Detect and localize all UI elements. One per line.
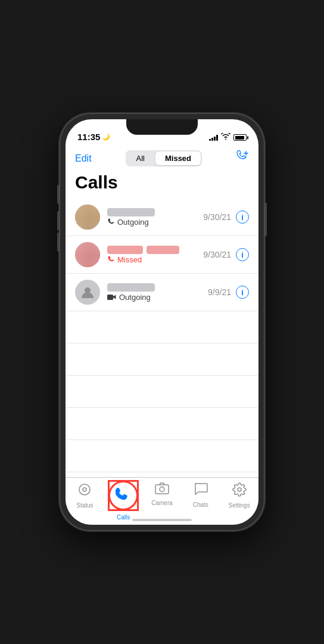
call-item-1[interactable]: Outgoing 9/30/21 i: [66, 199, 258, 236]
empty-row-1: [66, 311, 258, 343]
call-date-1: 9/30/21: [203, 212, 231, 222]
call-info-3: Outgoing: [107, 283, 208, 302]
contact-name-blur-1: [107, 208, 155, 216]
empty-row-5: [66, 440, 258, 472]
nav-bar: Edit All Missed: [66, 145, 258, 170]
info-button-3[interactable]: i: [236, 286, 249, 299]
page-title: Calls: [66, 170, 258, 199]
default-avatar-icon: [80, 284, 95, 300]
segment-control: All Missed: [126, 150, 202, 166]
avatar-3: [75, 280, 100, 305]
tab-label-chats: Chats: [193, 501, 208, 508]
tab-item-chats[interactable]: Chats: [181, 482, 220, 508]
info-button-2[interactable]: i: [236, 248, 249, 261]
empty-row-6: [66, 472, 258, 477]
empty-row-2: [66, 343, 258, 376]
video-icon-3: [107, 294, 117, 301]
phone-icon-2: [107, 256, 115, 264]
signal-bars-icon: [209, 134, 218, 141]
status-tab-icon: [77, 482, 92, 500]
empty-row-3: [66, 376, 258, 408]
wifi-icon: [221, 133, 230, 142]
call-type-label-1: Outgoing: [117, 218, 149, 227]
svg-rect-3: [107, 295, 113, 300]
call-item-3[interactable]: Outgoing 9/9/21 i: [66, 274, 258, 311]
battery-icon: [233, 134, 247, 141]
svg-point-4: [79, 484, 90, 495]
svg-point-5: [83, 488, 86, 491]
call-meta-2: 9/30/21 i: [203, 248, 249, 261]
svg-rect-6: [155, 485, 169, 494]
avatar-1: [75, 205, 100, 230]
tab-bar: Status Calls: [66, 477, 258, 525]
chats-tab-icon: [194, 482, 208, 500]
tab-item-camera[interactable]: Camera: [143, 482, 182, 506]
call-type-label-3: Outgoing: [119, 293, 151, 302]
tab-label-settings: Settings: [229, 502, 250, 509]
tab-item-settings[interactable]: Settings: [220, 482, 258, 509]
call-type-3: Outgoing: [107, 293, 208, 302]
camera-tab-icon: [155, 482, 169, 498]
notch: [126, 119, 198, 135]
call-type-1: Outgoing: [107, 218, 203, 227]
call-date-3: 9/9/21: [208, 287, 231, 297]
settings-tab-icon: [232, 482, 247, 500]
moon-icon: 🌙: [102, 133, 110, 141]
screen: 11:35 🌙: [66, 119, 258, 525]
call-type-label-2: Missed: [117, 255, 142, 264]
call-meta-3: 9/9/21 i: [208, 286, 249, 299]
contact-name-blur-2a: [107, 246, 143, 254]
empty-row-4: [66, 408, 258, 440]
call-date-2: 9/30/21: [203, 250, 231, 259]
phone-frame: 11:35 🌙: [60, 113, 264, 531]
contact-name-blur-2b: [147, 246, 179, 254]
home-indicator: [132, 519, 192, 521]
svg-point-7: [160, 487, 164, 492]
tab-item-calls[interactable]: Calls: [104, 480, 143, 521]
call-item-2[interactable]: Missed 9/30/21 i: [66, 236, 258, 274]
svg-point-8: [238, 488, 241, 491]
tab-item-status[interactable]: Status: [66, 482, 104, 509]
edit-button[interactable]: Edit: [75, 153, 92, 164]
add-call-button[interactable]: [236, 150, 249, 166]
contact-name-blur-3: [107, 283, 155, 292]
tab-label-status: Status: [76, 502, 93, 509]
tab-all[interactable]: All: [127, 151, 154, 165]
call-info-2: Missed: [107, 246, 203, 264]
tab-label-camera: Camera: [151, 500, 173, 506]
call-name-3: [107, 283, 208, 292]
time-display: 11:35: [77, 132, 100, 142]
status-icons: [209, 133, 247, 142]
call-name-1: [107, 208, 203, 216]
avatar-2: [75, 242, 100, 267]
call-meta-1: 9/30/21 i: [203, 210, 249, 224]
calls-list: Outgoing 9/30/21 i: [66, 199, 258, 477]
phone-icon-1: [107, 218, 115, 226]
call-info-1: Outgoing: [107, 208, 203, 227]
call-type-2: Missed: [107, 255, 203, 264]
tab-label-calls: Calls: [117, 514, 130, 521]
call-name-2: [107, 246, 203, 254]
status-time: 11:35 🌙: [77, 132, 110, 142]
info-button-1[interactable]: i: [236, 210, 249, 224]
tab-missed[interactable]: Missed: [155, 151, 201, 165]
